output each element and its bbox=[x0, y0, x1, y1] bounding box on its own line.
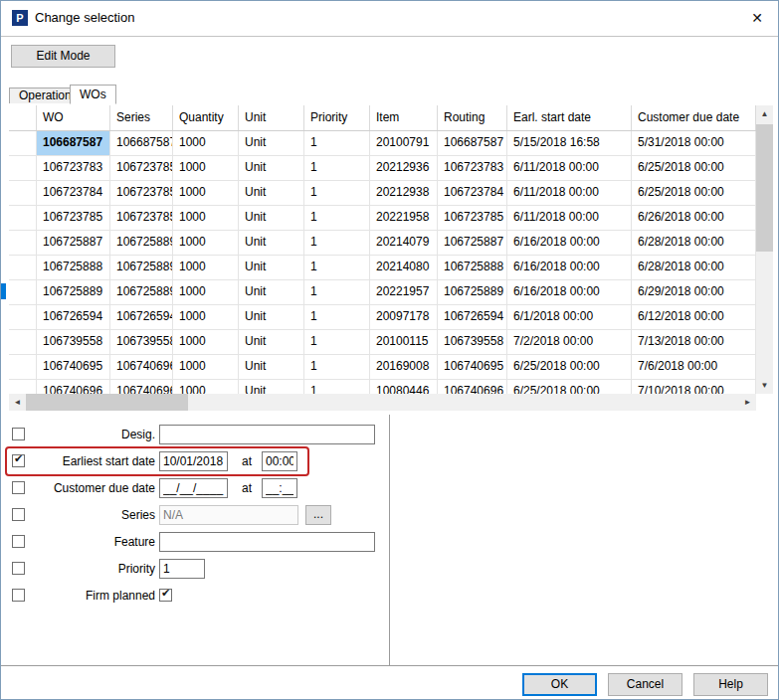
vertical-scrollbar[interactable]: ▲ ▼ bbox=[756, 105, 773, 394]
table-cell[interactable]: 106687587 bbox=[110, 131, 173, 156]
earliest-start-date-input[interactable] bbox=[159, 451, 228, 471]
table-cell[interactable]: 6/12/2018 00:00 bbox=[632, 305, 756, 330]
table-row[interactable]: 1067265941067265941000Unit12009717810672… bbox=[9, 305, 756, 330]
table-cell[interactable]: 20212936 bbox=[370, 156, 438, 181]
table-cell[interactable]: 106723785 bbox=[110, 206, 173, 231]
series-browse-button[interactable]: ... bbox=[305, 505, 331, 525]
table-cell[interactable]: 20097178 bbox=[370, 305, 438, 330]
row-selector-cell[interactable] bbox=[9, 181, 37, 206]
table-cell[interactable]: Unit bbox=[239, 206, 304, 231]
table-cell[interactable]: 20100115 bbox=[370, 330, 438, 355]
table-cell[interactable]: 6/16/2018 00:00 bbox=[507, 256, 632, 280]
table-cell[interactable]: 106723785 bbox=[37, 206, 110, 231]
table-cell[interactable]: 7/6/2018 00:00 bbox=[632, 355, 756, 380]
table-cell[interactable]: 1000 bbox=[173, 231, 239, 256]
desig-checkbox[interactable] bbox=[12, 428, 25, 440]
table-cell[interactable]: 106725887 bbox=[438, 231, 507, 256]
column-header-routing[interactable]: Routing bbox=[438, 105, 507, 130]
table-cell[interactable]: 106725889 bbox=[110, 280, 173, 305]
edit-mode-button[interactable]: Edit Mode bbox=[11, 45, 115, 68]
table-cell[interactable]: Unit bbox=[239, 305, 304, 330]
table-cell[interactable]: Unit bbox=[239, 256, 304, 280]
table-cell[interactable]: 5/31/2018 00:00 bbox=[632, 131, 756, 156]
table-cell[interactable]: 6/16/2018 00:00 bbox=[507, 231, 632, 256]
table-cell[interactable]: 1000 bbox=[173, 206, 239, 231]
table-cell[interactable]: 106740696 bbox=[110, 355, 173, 380]
table-row[interactable]: 1067395581067395581000Unit12010011510673… bbox=[9, 330, 756, 355]
table-cell[interactable]: 6/11/2018 00:00 bbox=[507, 181, 632, 206]
table-cell[interactable]: 106723785 bbox=[110, 156, 173, 181]
table-cell[interactable]: 106739558 bbox=[438, 330, 507, 355]
table-cell[interactable]: 106687587 bbox=[37, 131, 110, 156]
earliest-start-date-checkbox[interactable] bbox=[12, 454, 25, 467]
firm-planned-checkbox[interactable] bbox=[12, 589, 25, 602]
vertical-scrollbar-thumb[interactable] bbox=[756, 124, 773, 252]
table-cell[interactable]: 1000 bbox=[173, 181, 239, 206]
table-cell[interactable]: 1 bbox=[304, 231, 370, 256]
row-selector-cell[interactable] bbox=[9, 330, 37, 355]
table-cell[interactable]: 106723783 bbox=[438, 156, 507, 181]
table-cell[interactable]: 7/13/2018 00:00 bbox=[632, 330, 756, 355]
customer-due-time-input[interactable] bbox=[262, 478, 297, 498]
customer-due-date-input[interactable] bbox=[159, 478, 228, 498]
table-cell[interactable]: 1 bbox=[304, 181, 370, 206]
table-cell[interactable]: 1000 bbox=[173, 156, 239, 181]
table-cell[interactable]: 10080446 bbox=[370, 380, 438, 394]
table-cell[interactable]: 106740695 bbox=[438, 355, 507, 380]
table-cell[interactable]: 106740696 bbox=[37, 380, 110, 394]
horizontal-scrollbar[interactable]: ◄ ► bbox=[9, 394, 756, 411]
table-cell[interactable]: 6/11/2018 00:00 bbox=[507, 156, 632, 181]
table-cell[interactable]: 20214080 bbox=[370, 256, 438, 280]
table-cell[interactable]: 1 bbox=[304, 380, 370, 394]
table-cell[interactable]: 106739558 bbox=[110, 330, 173, 355]
row-selector-cell[interactable] bbox=[9, 280, 37, 305]
table-cell[interactable]: 6/25/2018 00:00 bbox=[632, 156, 756, 181]
row-selector-cell[interactable] bbox=[9, 131, 37, 156]
row-selector-cell[interactable] bbox=[9, 156, 37, 181]
table-cell[interactable]: 106725887 bbox=[37, 231, 110, 256]
table-cell[interactable]: 1 bbox=[304, 206, 370, 231]
table-cell[interactable]: 1000 bbox=[173, 330, 239, 355]
table-cell[interactable]: 106725889 bbox=[438, 280, 507, 305]
table-cell[interactable]: 1 bbox=[304, 131, 370, 156]
table-row[interactable]: 1067258871067258891000Unit12021407910672… bbox=[9, 231, 756, 256]
row-selector-cell[interactable] bbox=[9, 256, 37, 280]
series-input[interactable] bbox=[159, 505, 298, 525]
table-cell[interactable]: 6/25/2018 00:00 bbox=[507, 380, 632, 394]
table-cell[interactable]: 106740696 bbox=[438, 380, 507, 394]
table-cell[interactable]: 1 bbox=[304, 256, 370, 280]
table-cell[interactable]: 6/28/2018 00:00 bbox=[632, 256, 756, 280]
table-cell[interactable]: Unit bbox=[239, 181, 304, 206]
table-cell[interactable]: 6/1/2018 00:00 bbox=[507, 305, 632, 330]
scroll-right-icon[interactable]: ► bbox=[739, 394, 756, 411]
row-selector-cell[interactable] bbox=[9, 355, 37, 380]
table-cell[interactable]: 106725889 bbox=[110, 256, 173, 280]
table-cell[interactable]: 1000 bbox=[173, 131, 239, 156]
table-cell[interactable]: 6/16/2018 00:00 bbox=[507, 280, 632, 305]
table-cell[interactable]: 106725888 bbox=[37, 256, 110, 280]
series-checkbox[interactable] bbox=[12, 508, 25, 521]
horizontal-scrollbar-thumb[interactable] bbox=[26, 394, 188, 411]
table-row[interactable]: 1067258881067258891000Unit12021408010672… bbox=[9, 256, 756, 280]
table-cell[interactable]: 106725889 bbox=[110, 231, 173, 256]
row-selector-cell[interactable] bbox=[9, 380, 37, 394]
table-cell[interactable]: 6/25/2018 00:00 bbox=[632, 181, 756, 206]
table-cell[interactable]: 5/15/2018 16:58 bbox=[507, 131, 632, 156]
desig-input[interactable] bbox=[159, 425, 375, 444]
table-cell[interactable]: 1000 bbox=[173, 355, 239, 380]
table-cell[interactable]: 7/10/2018 00:00 bbox=[632, 380, 756, 394]
table-cell[interactable]: 106739558 bbox=[37, 330, 110, 355]
column-header-unit[interactable]: Unit bbox=[239, 105, 304, 130]
table-row[interactable]: 1067406951067406961000Unit12016900810674… bbox=[9, 355, 756, 380]
table-cell[interactable]: Unit bbox=[239, 280, 304, 305]
table-cell[interactable]: 20100791 bbox=[370, 131, 438, 156]
table-cell[interactable]: Unit bbox=[239, 231, 304, 256]
table-row[interactable]: 1067237851067237851000Unit12022195810672… bbox=[9, 206, 756, 231]
row-selector-cell[interactable] bbox=[9, 231, 37, 256]
table-cell[interactable]: 1000 bbox=[173, 256, 239, 280]
table-row[interactable]: 1067258891067258891000Unit12022195710672… bbox=[9, 280, 756, 305]
table-row[interactable]: 1067237831067237851000Unit12021293610672… bbox=[9, 156, 756, 181]
table-cell[interactable]: 106726594 bbox=[110, 305, 173, 330]
column-header-wo[interactable]: WO bbox=[37, 105, 110, 130]
help-button[interactable]: Help bbox=[693, 673, 768, 696]
